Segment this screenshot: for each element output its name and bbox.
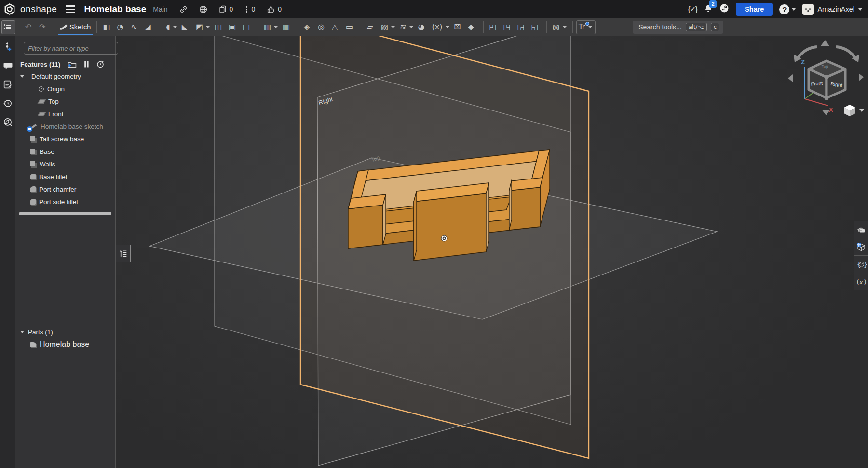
shell-tool-button[interactable]: ▣ xyxy=(226,20,240,34)
display-states-button[interactable]: {} xyxy=(854,256,868,273)
feature-item-base[interactable]: Base xyxy=(15,145,115,158)
sheet-metal-flange-button[interactable]: ◳ xyxy=(501,20,515,34)
chevron-down-icon[interactable] xyxy=(20,75,24,78)
feature-item-front-plane[interactable]: Front xyxy=(15,108,115,120)
sheet-metal-tab-button[interactable]: ◲ xyxy=(515,20,529,34)
move-face-tool-button[interactable]: △ xyxy=(329,20,343,34)
share-link-icon[interactable] xyxy=(179,5,188,14)
rollback-history-button[interactable] xyxy=(96,60,104,68)
rotate-cw-arrow-icon[interactable] xyxy=(836,47,855,58)
account-menu-button[interactable]: AmazinAxel xyxy=(802,4,862,15)
view-left-arrow[interactable] xyxy=(788,74,793,82)
chevron-down-icon xyxy=(859,109,864,112)
feature-item-base-fillet[interactable]: Base fillet xyxy=(15,170,115,183)
redo-button[interactable]: ↷ xyxy=(37,20,51,34)
mirror-tool-button[interactable]: ▥ xyxy=(280,20,294,34)
likes-counter[interactable]: 0 xyxy=(267,5,282,14)
suspend-features-button[interactable] xyxy=(84,61,89,68)
helix-tool-button[interactable]: ≋ xyxy=(397,20,415,34)
parts-header[interactable]: Parts (1) xyxy=(15,326,115,338)
sketch-button[interactable]: Sketch xyxy=(58,20,93,35)
chamfer-tool-button[interactable]: ◣ xyxy=(179,20,193,34)
document-title[interactable]: Homelab base xyxy=(84,4,146,14)
tool-icon xyxy=(60,24,68,30)
extrude-tool-button[interactable]: ◧ xyxy=(100,20,114,34)
feature-tree-flyout-handle[interactable] xyxy=(116,245,131,262)
feature-panel: Features (11) Default geometry Origin xyxy=(15,36,116,468)
delete-face-tool-button[interactable]: ◎ xyxy=(315,20,329,34)
view-options-button[interactable] xyxy=(844,105,864,116)
tool-glyph: Tr xyxy=(579,23,585,31)
new-folder-button[interactable] xyxy=(68,61,77,68)
model-scene: Right Top xyxy=(116,36,868,468)
view-cube[interactable]: Z X Front Right Top xyxy=(780,37,867,119)
feature-group-default-geometry[interactable]: Default geometry xyxy=(15,70,115,83)
configurations-button[interactable]: ()x xyxy=(854,273,868,290)
feature-item-walls[interactable]: Walls xyxy=(15,158,115,170)
feature-list-toggle-button[interactable] xyxy=(1,20,15,34)
copies-counter[interactable]: 0 xyxy=(219,5,233,14)
custom-features-button[interactable]: Tr xyxy=(576,20,596,34)
workspace-name[interactable]: Main xyxy=(153,5,167,13)
help-menu-button[interactable]: ? xyxy=(779,4,796,14)
loft-tool-button[interactable]: ◢ xyxy=(142,20,156,34)
sheet-metal-corner-button[interactable]: ◱ xyxy=(529,20,543,34)
chevron-down-icon[interactable] xyxy=(20,331,24,333)
learning-center-button[interactable] xyxy=(719,3,729,15)
flatten-tool-button[interactable]: ▭ xyxy=(343,20,357,34)
tool-glyph: ≋ xyxy=(400,23,406,31)
notifications-button[interactable]: 2 xyxy=(704,4,713,15)
sweep-tool-button[interactable]: ∿ xyxy=(128,20,142,34)
comments-button[interactable] xyxy=(1,60,14,71)
globe-public-icon[interactable] xyxy=(199,5,207,14)
feature-item-port-side-fillet[interactable]: Port side fillet xyxy=(15,195,115,208)
rollback-bar[interactable] xyxy=(19,212,111,215)
share-button[interactable]: Share xyxy=(736,3,773,16)
feature-item-homelab-base-sketch[interactable]: Homelab base sketch xyxy=(15,120,115,133)
likes-count: 0 xyxy=(278,5,282,13)
feature-item-port-chamfer[interactable]: Port chamfer xyxy=(15,183,115,195)
copies-count: 0 xyxy=(230,5,233,13)
thicken-tool-button[interactable]: ▧ xyxy=(550,20,569,34)
history-button[interactable] xyxy=(1,97,14,109)
cylinder-tool-button[interactable]: ◕ xyxy=(416,20,430,34)
hole-tool-button[interactable]: ▤ xyxy=(240,20,254,34)
search-tools[interactable]: Search tools... alt/⌥ c xyxy=(633,21,723,34)
filter-input[interactable] xyxy=(24,42,118,55)
rib-tool-button[interactable]: ◫ xyxy=(212,20,226,34)
draft-tool-button[interactable]: ◩ xyxy=(193,20,212,34)
origin-marker[interactable] xyxy=(441,235,447,241)
feature-item-tall-screw-base[interactable]: Tall screw base xyxy=(15,133,115,145)
main-menu-button[interactable] xyxy=(66,5,75,13)
named-views-button[interactable] xyxy=(854,238,868,256)
part-item-homelab-base[interactable]: Homelab base xyxy=(15,338,115,351)
instances-tool-button[interactable]: ⚄ xyxy=(452,20,466,34)
sheet-metal-model-button[interactable]: ◰ xyxy=(487,20,501,34)
view-right-arrow[interactable] xyxy=(859,73,864,81)
create-version-button[interactable] xyxy=(1,41,14,53)
pattern-tool-button[interactable]: ▦ xyxy=(261,20,280,34)
variable-tool-button[interactable]: (x) xyxy=(430,20,452,34)
transform-tool-button[interactable]: ◈ xyxy=(301,20,315,34)
code-check-icon[interactable]: {✓} xyxy=(688,5,698,14)
rotate-ccw-arrow-icon[interactable] xyxy=(798,47,817,58)
view-up-arrow[interactable] xyxy=(821,40,829,46)
parts-list: Homelab base xyxy=(15,338,115,351)
tag-tool-button[interactable]: ◆ xyxy=(466,20,480,34)
revolve-tool-button[interactable]: ◔ xyxy=(114,20,128,34)
feature-item-origin[interactable]: Origin xyxy=(15,83,115,95)
undo-button[interactable]: ↶ xyxy=(23,20,37,34)
release-notes-button[interactable] xyxy=(1,79,14,90)
features-header: Features (11) xyxy=(15,57,115,70)
feature-item-top-plane[interactable]: Top xyxy=(15,95,115,108)
graphics-viewport[interactable]: Right Top xyxy=(116,36,868,468)
split-tool-button[interactable]: ▨ xyxy=(379,20,397,34)
appearance-panel-button[interactable] xyxy=(854,221,868,238)
plane-tool-button[interactable]: ▱ xyxy=(365,20,379,34)
fillet-tool-button[interactable]: ◖ xyxy=(163,20,179,34)
search-document-button[interactable] xyxy=(1,116,14,128)
brand-wordmark: onshape xyxy=(20,4,57,14)
tool-glyph: ▦ xyxy=(264,23,271,31)
follow-counter[interactable]: 0 xyxy=(244,5,255,14)
part-middle-wall-right-end xyxy=(486,183,489,252)
